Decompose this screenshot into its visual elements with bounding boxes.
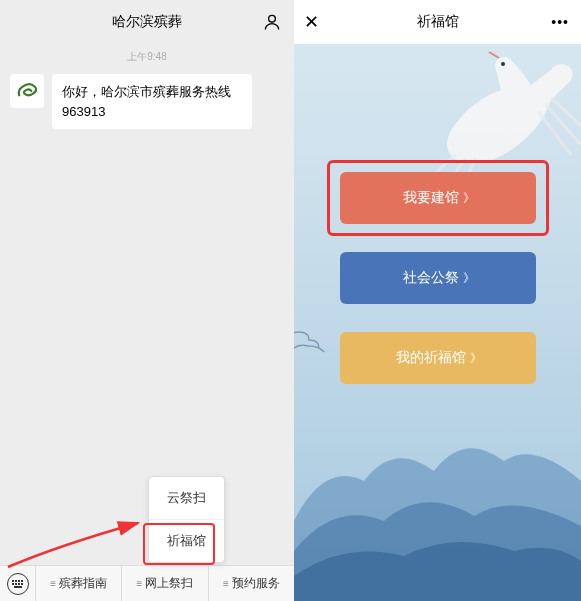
menu-icon: ≡ <box>137 578 143 589</box>
my-hall-button[interactable]: 我的祈福馆 》 <box>340 332 536 384</box>
public-memorial-button[interactable]: 社会公祭 》 <box>340 252 536 304</box>
avatar[interactable] <box>10 74 44 108</box>
svg-rect-6 <box>15 583 17 585</box>
chat-body: 你好，哈尔滨市殡葬服务热线963913 <box>0 70 294 565</box>
menu-icon: ≡ <box>50 578 56 589</box>
app-title: 祈福馆 <box>417 13 459 31</box>
message-row: 你好，哈尔滨市殡葬服务热线963913 <box>0 70 294 133</box>
svg-rect-9 <box>14 586 22 588</box>
avatar-logo-icon <box>14 78 40 104</box>
menu-icon: ≡ <box>223 578 229 589</box>
svg-rect-2 <box>15 580 17 582</box>
svg-rect-8 <box>21 583 23 585</box>
cloud-decoration <box>294 330 344 360</box>
svg-point-10 <box>501 62 505 66</box>
mountain-decoration <box>294 401 581 601</box>
svg-rect-3 <box>18 580 20 582</box>
svg-rect-5 <box>12 583 14 585</box>
profile-icon[interactable] <box>262 12 282 32</box>
keyboard-icon <box>12 580 24 588</box>
chat-title: 哈尔滨殡葬 <box>112 13 182 31</box>
chevron-right-icon: 》 <box>463 270 473 287</box>
svg-rect-7 <box>18 583 20 585</box>
keyboard-toggle-button[interactable] <box>0 566 36 602</box>
chevron-right-icon: 》 <box>470 350 480 367</box>
more-button[interactable]: ••• <box>551 14 569 30</box>
message-bubble: 你好，哈尔滨市殡葬服务热线963913 <box>52 74 252 129</box>
svg-point-0 <box>269 15 276 22</box>
close-button[interactable]: ✕ <box>304 11 319 33</box>
svg-rect-1 <box>12 580 14 582</box>
menu-item-online[interactable]: ≡网上祭扫 <box>122 566 208 602</box>
bottom-menu-bar: ≡殡葬指南 ≡网上祭扫 ≡预约服务 <box>0 565 294 601</box>
create-hall-button[interactable]: 我要建馆 》 <box>340 172 536 224</box>
svg-rect-4 <box>21 580 23 582</box>
popup-item-cloud[interactable]: 云祭扫 <box>149 477 224 520</box>
app-header: ✕ 祈福馆 ••• <box>294 0 581 44</box>
crane-decoration <box>411 50 581 190</box>
chat-panel: 哈尔滨殡葬 上午9:48 你好，哈尔滨市殡葬服务热线963913 <box>0 0 294 601</box>
popup-menu: 云祭扫 祈福馆 <box>148 476 225 563</box>
menu-item-reserve[interactable]: ≡预约服务 <box>209 566 294 602</box>
timestamp: 上午9:48 <box>0 44 294 70</box>
popup-item-blessing[interactable]: 祈福馆 <box>149 520 224 562</box>
app-panel: ✕ 祈福馆 ••• 我要建馆 》 社会公祭 》 <box>294 0 581 601</box>
chat-header: 哈尔滨殡葬 <box>0 0 294 44</box>
chevron-right-icon: 》 <box>463 190 473 207</box>
menu-item-guide[interactable]: ≡殡葬指南 <box>36 566 122 602</box>
button-stack: 我要建馆 》 社会公祭 》 我的祈福馆 》 <box>340 172 536 384</box>
